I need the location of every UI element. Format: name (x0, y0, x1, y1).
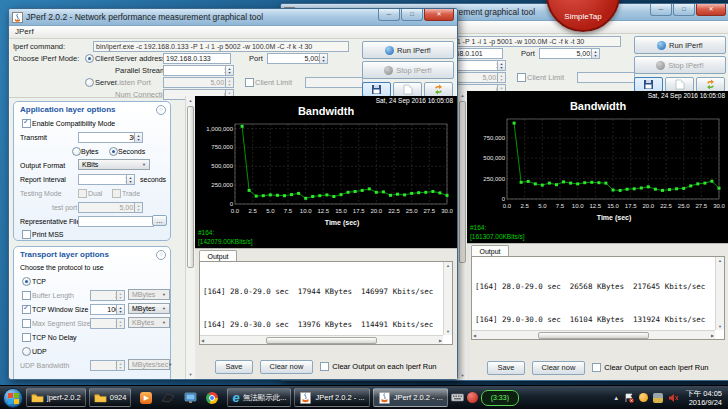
show-hidden-icons-arrow[interactable]: ▲ (613, 395, 619, 401)
buffer-length-checkbox[interactable] (22, 291, 31, 300)
laptop-icon[interactable] (161, 392, 175, 404)
options-scrollbar[interactable] (185, 96, 195, 379)
close-button[interactable]: ✕ (424, 9, 454, 21)
media-player-icon[interactable]: ▶ (140, 392, 152, 404)
listen-port-spinner[interactable] (225, 77, 234, 88)
output-hscrollbar[interactable] (200, 335, 443, 344)
chrome-icon[interactable] (206, 392, 218, 404)
scrollbar-thumb[interactable] (187, 106, 194, 268)
collapse-icon[interactable]: ○ (156, 250, 166, 260)
taskbar-clock[interactable]: 下午 04:05 2016/9/24 (686, 389, 722, 407)
buffer-length-unit-dropdown[interactable]: MBytes (128, 289, 170, 300)
output-hscrollbar[interactable] (472, 330, 715, 339)
taskbar-folder-0924[interactable]: 0924 (89, 388, 132, 407)
save-graph-button[interactable] (362, 82, 391, 97)
menu-jperf[interactable]: JPerf (15, 27, 34, 36)
windows-update-tray-icon[interactable] (653, 393, 663, 403)
max-segment-size-unit-dropdown[interactable]: KBytes (128, 317, 170, 328)
taskbar-jperf-window-1[interactable]: JPerf 2.0.2 - ... (294, 388, 369, 407)
parallel-streams-spinner[interactable] (225, 65, 234, 76)
report-interval-field[interactable]: 1 (78, 174, 132, 185)
scrollbar-thumb[interactable] (266, 337, 376, 344)
stop-iperf-button[interactable]: Stop IPerf! (634, 56, 726, 74)
tcp-window-size-unit-dropdown[interactable]: MBytes (128, 303, 170, 314)
client-limit-field[interactable] (577, 72, 635, 83)
tray-app-icon[interactable] (639, 393, 648, 402)
minimize-button[interactable]: ─ (650, 4, 672, 16)
listen-port-field[interactable]: 5,001 (163, 77, 231, 88)
iperf-command-field[interactable]: bin/iperf.exe -c 192.168.0.133 -P 1 -i 1… (93, 41, 349, 52)
client-radio[interactable] (85, 54, 94, 63)
client-limit-checkbox[interactable] (517, 73, 526, 82)
port-spinner[interactable] (591, 48, 600, 59)
representative-file-field[interactable] (78, 216, 154, 227)
refresh-button[interactable] (696, 77, 725, 92)
audio-muted-icon[interactable] (668, 393, 679, 403)
clear-output-checkbox[interactable] (320, 362, 329, 371)
server-address-field[interactable]: 192.168.0.133 (163, 53, 231, 64)
output-text[interactable]: [164] 28.0-29.0 sec 17944 KBytes 146997 … (203, 264, 441, 334)
clear-graph-button[interactable] (665, 77, 694, 92)
tcp-radio[interactable] (22, 277, 31, 286)
clear-now-button[interactable]: Clear now (260, 360, 314, 374)
dual-checkbox[interactable] (78, 189, 87, 198)
keyboard-icon[interactable] (451, 393, 464, 402)
port-spinner[interactable] (319, 53, 328, 64)
jperf-window-front[interactable]: JPerf 2.0.2 - Network performance measur… (8, 8, 458, 380)
clear-graph-button[interactable] (393, 82, 422, 97)
clear-now-button[interactable]: Clear now (532, 361, 586, 375)
collapse-icon[interactable]: ○ (156, 105, 166, 115)
monitor-icon[interactable] (184, 392, 197, 404)
options-scrollbar[interactable] (457, 91, 467, 380)
start-button[interactable] (3, 388, 23, 408)
output-format-dropdown[interactable]: KBits (78, 159, 150, 170)
transmit-spinner[interactable] (134, 132, 143, 143)
max-segment-size-spinner[interactable] (116, 318, 125, 329)
udp-bandwidth-unit-dropdown[interactable]: MBytes/sec (128, 359, 170, 370)
tcp-no-delay-checkbox[interactable] (22, 333, 31, 342)
listen-port-spinner[interactable] (497, 72, 506, 83)
taskbar-jperf-window-2[interactable]: JPerf 2.0.2 - ... (373, 388, 448, 407)
refresh-button[interactable] (424, 82, 453, 97)
save-graph-button[interactable] (634, 77, 663, 92)
run-iperf-button[interactable]: Run IPerf! (634, 36, 726, 54)
parallel-streams-field[interactable]: 1 (163, 65, 231, 76)
buffer-length-spinner[interactable] (116, 290, 125, 301)
stop-iperf-button[interactable]: Stop IPerf! (362, 61, 454, 79)
udp-radio[interactable] (22, 347, 31, 356)
test-port-spinner[interactable] (134, 202, 143, 213)
port-field[interactable]: 5,002 (267, 53, 325, 64)
server-radio[interactable] (85, 78, 94, 87)
compat-mode-checkbox[interactable] (22, 119, 31, 128)
scrollbar-thumb[interactable] (538, 332, 648, 339)
bytes-radio[interactable] (72, 147, 81, 156)
maximize-button[interactable]: □ (673, 4, 695, 16)
save-output-button[interactable]: Save (215, 360, 252, 374)
transmit-field[interactable]: 30 (78, 132, 140, 143)
tcp-window-size-checkbox[interactable] (22, 305, 31, 314)
tcp-window-size-spinner[interactable] (116, 304, 125, 315)
clear-output-checkbox[interactable] (592, 363, 601, 372)
run-iperf-button[interactable]: Run IPerf! (362, 41, 454, 59)
udp-bandwidth-spinner[interactable] (116, 360, 125, 371)
battery-indicator[interactable]: (3:33) (481, 390, 519, 406)
seconds-radio[interactable] (109, 147, 118, 156)
scrollbar-thumb[interactable] (459, 101, 466, 263)
report-interval-spinner[interactable] (126, 174, 135, 185)
minimize-button[interactable]: ─ (378, 9, 400, 21)
max-segment-size-checkbox[interactable] (22, 319, 31, 328)
output-text[interactable]: [164] 28.0-29.0 sec 26568 KBytes 217645 … (475, 259, 713, 329)
trade-checkbox[interactable] (112, 189, 121, 198)
client-limit-checkbox[interactable] (245, 78, 254, 87)
parallel-streams-spinner[interactable] (497, 60, 506, 71)
print-mss-checkbox[interactable] (22, 230, 31, 239)
test-port-field[interactable]: 5,001 (78, 202, 140, 213)
output-vscrollbar[interactable] (443, 262, 452, 335)
action-center-flag-icon[interactable] (624, 393, 634, 403)
client-limit-field[interactable] (305, 77, 363, 88)
port-field[interactable]: 5,001 (539, 48, 597, 59)
output-vscrollbar[interactable] (715, 257, 724, 330)
save-output-button[interactable]: Save (487, 361, 524, 375)
browse-button[interactable]: ... (152, 215, 167, 226)
taskbar-folder-jperf[interactable]: jperf-2.0.2 (26, 388, 86, 407)
